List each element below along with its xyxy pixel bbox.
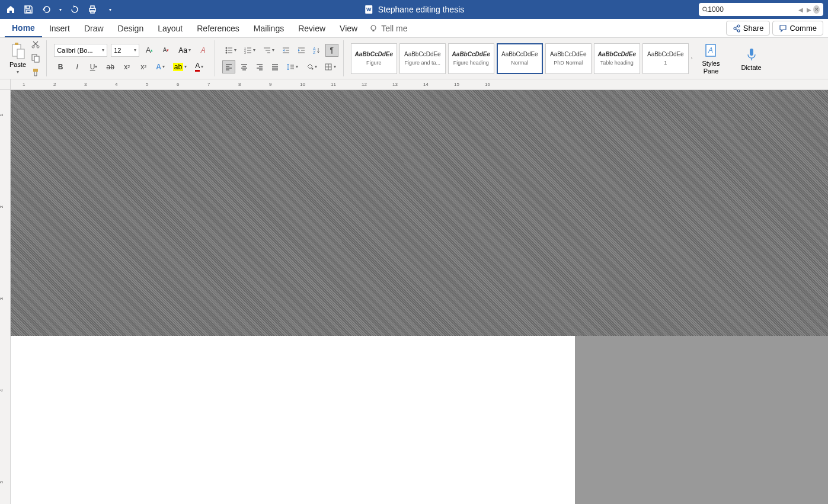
tab-home[interactable]: Home — [5, 19, 42, 37]
sort-icon: AZ — [312, 46, 321, 54]
justify-button[interactable] — [268, 60, 282, 73]
styles-more-icon[interactable]: › — [691, 56, 693, 61]
redo-icon[interactable] — [69, 4, 81, 15]
style-item-6[interactable]: AaBbCcDdEe1 — [642, 43, 689, 74]
ruler-vtick: 2 — [0, 206, 4, 208]
search-next-icon[interactable]: ▶ — [805, 7, 813, 13]
show-paragraph-marks-button[interactable]: ¶ — [325, 44, 338, 57]
share-label: Share — [743, 24, 764, 33]
style-item-3[interactable]: AaBbCcDdEeNormal — [497, 43, 543, 74]
style-item-2[interactable]: AaBbCcDdEeFigure heading — [448, 43, 494, 74]
clipboard-group: Paste ▾ — [5, 40, 47, 76]
ruler-tick: 1 — [23, 82, 25, 87]
borders-button[interactable]: ▾ — [322, 63, 338, 71]
horizontal-ruler[interactable]: 12345678910111213141516 — [0, 79, 828, 90]
highlight-button[interactable]: ab▾ — [171, 63, 189, 71]
shrink-font-button[interactable]: A▾ — [159, 44, 172, 57]
format-painter-button[interactable] — [31, 68, 41, 78]
vertical-ruler[interactable]: 12345 — [0, 90, 11, 504]
font-size-dropdown[interactable]: 12▾ — [111, 44, 139, 57]
bullets-icon — [225, 46, 233, 54]
styles-pane-label: Styles Pane — [702, 60, 720, 74]
svg-point-9 — [737, 25, 740, 27]
copy-icon — [31, 53, 40, 63]
italic-button[interactable]: I — [71, 60, 84, 73]
tab-references[interactable]: References — [190, 19, 247, 37]
comments-button[interactable]: Comme — [772, 21, 823, 36]
align-left-button[interactable] — [222, 60, 235, 73]
sort-button[interactable]: AZ — [310, 44, 323, 57]
undo-icon[interactable] — [40, 4, 52, 15]
multilevel-list-button[interactable]: ▾ — [260, 46, 277, 54]
svg-rect-18 — [34, 56, 39, 62]
font-color-button[interactable]: A▾ — [193, 62, 206, 72]
increase-indent-button[interactable] — [295, 44, 308, 57]
grow-font-button[interactable]: A▴ — [143, 44, 156, 57]
superscript-button[interactable]: x2 — [137, 60, 150, 73]
dictate-group: Dictate — [731, 40, 771, 76]
align-center-button[interactable] — [238, 60, 251, 73]
save-icon[interactable] — [23, 4, 34, 15]
align-right-button[interactable] — [253, 60, 266, 73]
decrease-indent-button[interactable] — [279, 44, 292, 57]
font-group: Calibri (Bo...▾ 12▾ A▴ A▾ Aa▾ A B I U▾ a… — [49, 40, 215, 76]
lightbulb-icon — [369, 24, 378, 33]
share-button[interactable]: Share — [726, 21, 771, 36]
svg-point-24 — [225, 52, 227, 53]
styles-group: AaBbCcDdEeFigureAaBbCcDdEeFigure and ta.… — [346, 40, 730, 76]
tab-layout[interactable]: Layout — [151, 19, 190, 37]
tab-design[interactable]: Design — [111, 19, 151, 37]
strikethrough-button[interactable]: ab — [104, 60, 117, 73]
tell-me-button[interactable]: Tell me — [369, 24, 407, 33]
qat-customize-icon[interactable]: ▾ — [104, 4, 116, 15]
copy-button[interactable] — [31, 53, 41, 64]
underline-button[interactable]: U▾ — [87, 60, 100, 73]
cut-button[interactable] — [31, 39, 41, 50]
font-name-dropdown[interactable]: Calibri (Bo...▾ — [54, 44, 107, 57]
paste-button[interactable]: Paste ▾ — [9, 42, 26, 75]
tab-review[interactable]: Review — [291, 19, 333, 37]
clear-formatting-button[interactable]: A — [197, 44, 210, 57]
subscript-button[interactable]: x2 — [120, 60, 133, 73]
line-spacing-button[interactable]: ▾ — [284, 63, 300, 71]
text-effects-button[interactable]: A▾ — [154, 63, 167, 71]
svg-point-22 — [225, 49, 227, 51]
home-icon[interactable] — [5, 4, 17, 15]
search-input[interactable] — [708, 5, 797, 14]
numbering-button[interactable]: 123▾ — [241, 46, 258, 54]
page-background — [11, 90, 828, 504]
tell-me-label: Tell me — [381, 24, 407, 33]
page-content[interactable] — [11, 336, 575, 504]
borders-icon — [324, 63, 333, 71]
print-icon[interactable] — [87, 4, 98, 15]
undo-dropdown-icon[interactable]: ▾ — [58, 4, 63, 15]
tab-draw[interactable]: Draw — [77, 19, 111, 37]
style-item-4[interactable]: AaBbCcDdEePhD Normal — [545, 43, 592, 74]
ruler-vtick: 3 — [0, 297, 4, 300]
comment-icon — [779, 24, 787, 33]
change-case-button[interactable]: Aa▾ — [176, 46, 193, 54]
bold-button[interactable]: B — [54, 60, 67, 73]
ruler-tick: 3 — [84, 82, 87, 87]
search-prev-icon[interactable]: ◀ — [797, 7, 805, 13]
styles-pane-button[interactable]: A Styles Pane — [698, 42, 725, 74]
shading-button[interactable]: ▾ — [303, 63, 319, 71]
page-image-placeholder — [11, 90, 828, 336]
tab-insert[interactable]: Insert — [42, 19, 77, 37]
style-item-1[interactable]: AaBbCcDdEeFigure and ta... — [399, 43, 446, 74]
outdent-icon — [282, 46, 290, 54]
align-left-icon — [225, 63, 233, 71]
style-item-5[interactable]: AaBbCcDdEeTable heading — [594, 43, 640, 74]
style-name: PhD Normal — [554, 60, 583, 66]
style-name: Figure and ta... — [405, 60, 441, 66]
dictate-button[interactable]: Dictate — [736, 46, 766, 71]
svg-rect-8 — [373, 30, 375, 31]
bullets-button[interactable]: ▾ — [222, 46, 239, 54]
tab-view[interactable]: View — [333, 19, 365, 37]
tab-mailings[interactable]: Mailings — [247, 19, 291, 37]
ruler-corner — [0, 79, 11, 89]
search-box[interactable]: ◀ ▶ ✕ — [699, 3, 823, 16]
style-item-0[interactable]: AaBbCcDdEeFigure — [351, 43, 397, 74]
search-clear-icon[interactable]: ✕ — [813, 5, 820, 14]
ruler-tick: 13 — [392, 82, 398, 87]
